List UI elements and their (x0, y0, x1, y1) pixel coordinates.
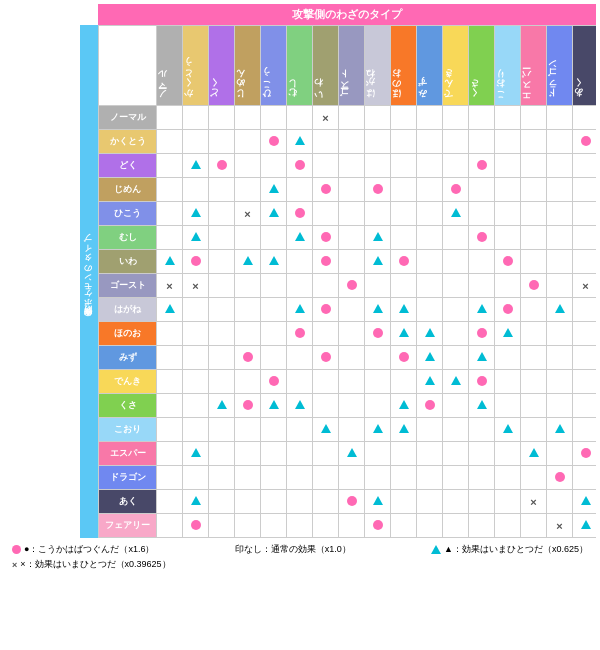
grid-cell (287, 346, 313, 370)
triangle-indicator (295, 400, 305, 409)
grid-cell (391, 394, 417, 418)
grid-cell (183, 250, 209, 274)
grid-cell (261, 250, 287, 274)
grid-cell (495, 274, 521, 298)
grid-cell (157, 394, 183, 418)
grid-cell (391, 298, 417, 322)
row-header-7: ゴースト (99, 274, 157, 298)
grid-cell: × (235, 202, 261, 226)
circle-indicator (191, 520, 201, 530)
attack-type-header: 攻撃側のわざのタイプ (98, 4, 596, 25)
triangle-indicator (425, 328, 435, 337)
grid-cell (313, 226, 339, 250)
circle-indicator (295, 208, 305, 218)
grid-cell (235, 418, 261, 442)
grid-cell (469, 298, 495, 322)
triangle-indicator (217, 400, 227, 409)
grid-cell (183, 298, 209, 322)
grid-cell (235, 106, 261, 130)
grid-cell (521, 178, 547, 202)
grid-cell (183, 514, 209, 538)
row-header-12: くさ (99, 394, 157, 418)
grid-cell (365, 346, 391, 370)
grid-cell (573, 298, 597, 322)
grid-cell (391, 130, 417, 154)
grid-cell (573, 130, 597, 154)
grid-cell (209, 346, 235, 370)
grid-cell (157, 466, 183, 490)
grid-cell (313, 514, 339, 538)
circle-indicator (425, 400, 435, 410)
table-row: あく× (99, 490, 597, 514)
grid-cell (443, 202, 469, 226)
row-header-6: いわ (99, 250, 157, 274)
grid-cell (469, 322, 495, 346)
grid-cell (573, 226, 597, 250)
grid-cell (443, 418, 469, 442)
row-header-11: でんき (99, 370, 157, 394)
grid-cell (469, 490, 495, 514)
grid-cell (547, 370, 573, 394)
grid-cell (443, 226, 469, 250)
col-header-10: みず (417, 26, 443, 106)
triangle-indicator (269, 256, 279, 265)
grid-cell (547, 322, 573, 346)
col-header-9: ほのお (391, 26, 417, 106)
grid-cell (261, 346, 287, 370)
table-row: ゴースト××× (99, 274, 597, 298)
grid-cell (417, 370, 443, 394)
grid-cell (157, 370, 183, 394)
table-row: フェアリー× (99, 514, 597, 538)
grid-cell (443, 442, 469, 466)
triangle-indicator (191, 232, 201, 241)
triangle-indicator (399, 400, 409, 409)
grid-cell (495, 370, 521, 394)
grid-cell (339, 154, 365, 178)
grid-cell (157, 322, 183, 346)
col-header-0: ノーマル (157, 26, 183, 106)
triangle-indicator (191, 208, 201, 217)
circle-indicator (347, 496, 357, 506)
grid-cell (157, 178, 183, 202)
col-header-5: むし (287, 26, 313, 106)
grid-cell (547, 298, 573, 322)
grid-cell (235, 442, 261, 466)
x-indicator: × (556, 520, 562, 532)
grid-cell (183, 130, 209, 154)
circle-indicator (503, 256, 513, 266)
grid-cell (547, 106, 573, 130)
grid-cell (261, 298, 287, 322)
grid-cell (521, 250, 547, 274)
circle-indicator (295, 328, 305, 338)
grid-cell (209, 514, 235, 538)
grid-cell (391, 274, 417, 298)
grid-cell: × (313, 106, 339, 130)
grid-cell (209, 298, 235, 322)
circle-indicator (321, 304, 331, 314)
col-header-8: はがね (365, 26, 391, 106)
grid-cell (287, 418, 313, 442)
x-indicator: × (322, 112, 328, 124)
grid-cell (157, 298, 183, 322)
table-row: かくとう (99, 130, 597, 154)
col-header-11: でんき (443, 26, 469, 106)
circle-indicator (477, 328, 487, 338)
grid-cell (339, 394, 365, 418)
col-header-2: どく (209, 26, 235, 106)
circle-indicator (243, 352, 253, 362)
grid-cell (443, 466, 469, 490)
grid-cell (521, 514, 547, 538)
grid-cell (417, 442, 443, 466)
grid-cell (521, 202, 547, 226)
grid-cell (339, 466, 365, 490)
circle-indicator (243, 400, 253, 410)
grid-cell (339, 130, 365, 154)
grid-cell (521, 298, 547, 322)
triangle-indicator (269, 208, 279, 217)
grid-cell (157, 250, 183, 274)
grid-cell (209, 394, 235, 418)
grid-cell (287, 202, 313, 226)
triangle-indicator (373, 304, 383, 313)
grid-cell (495, 466, 521, 490)
grid-cell (287, 442, 313, 466)
